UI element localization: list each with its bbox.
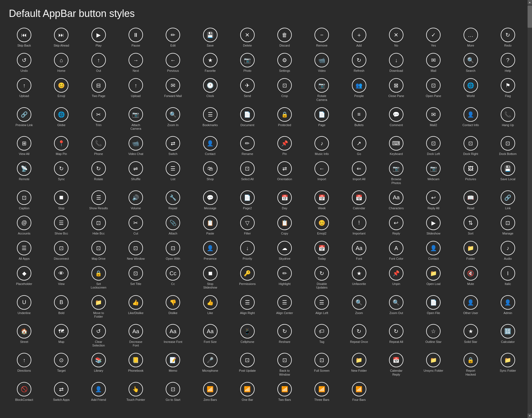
icon-button-like/dislike[interactable]: 👍Like/Dislike — [117, 292, 154, 320]
icon-button-emoji2[interactable]: 😊Emoji2 — [303, 213, 340, 237]
icon-button-day[interactable]: 📅Day — [266, 188, 303, 212]
icon-button-video[interactable]: 📹Video — [303, 50, 340, 74]
icon-button-library[interactable]: 📚Library — [80, 350, 117, 378]
icon-button-import-all[interactable]: ⇐Import All — [341, 159, 378, 186]
icon-button-pause[interactable]: ⏸Pause — [117, 25, 154, 49]
icon-button-out[interactable]: ↑Out — [80, 50, 117, 74]
icon-button-characters[interactable]: AaCharacters — [378, 188, 415, 212]
icon-button-copy[interactable]: 📋Copy — [266, 213, 303, 237]
icon-button-people[interactable]: 👥People — [341, 75, 378, 103]
icon-button-priority[interactable]: ↓Priority — [229, 238, 266, 262]
icon-button-phone[interactable]: 📞Phone — [80, 133, 117, 157]
icon-button-volume[interactable]: 🔊Volume — [117, 188, 154, 212]
icon-button-align-center[interactable]: ☰Align Center — [266, 292, 303, 320]
icon-button-shop[interactable]: 🛍Shop — [191, 159, 229, 186]
icon-button-repeat-all[interactable]: ↻Repeat All — [378, 321, 415, 349]
icon-button-add[interactable]: ＋Add — [341, 25, 378, 49]
icon-button-zoom-in[interactable]: 🔍Zoom In — [154, 105, 191, 132]
icon-button-admin[interactable]: 👤Admin — [489, 292, 526, 320]
icon-button-map-drive[interactable]: ⊡Map Drive — [80, 238, 117, 262]
icon-button-emoji[interactable]: 😊Emoji — [43, 75, 80, 103]
icon-button-zoom[interactable]: 🔍Zoom — [341, 292, 378, 320]
icon-button-skip-back[interactable]: ⏮Skip Back — [6, 25, 43, 49]
icon-button-like[interactable]: 👍Like — [191, 292, 229, 320]
icon-button-go[interactable]: ↗Go — [341, 133, 378, 157]
icon-button-back-to-window[interactable]: ⊡Back to Window — [266, 350, 303, 378]
icon-button-post-update[interactable]: ⊡Post Update — [229, 350, 266, 378]
icon-button-comment[interactable]: 💬Comment — [378, 105, 415, 132]
icon-button-pictures[interactable]: 🖼Pictures — [452, 159, 489, 186]
icon-button-upload[interactable]: ↑Upload — [117, 75, 154, 103]
icon-button-help[interactable]: ?Help — [489, 50, 526, 74]
icon-button-settings[interactable]: ⚙Settings — [266, 50, 303, 74]
icon-button-tag[interactable]: 🏷Tag — [303, 321, 340, 349]
icon-button-open-with[interactable]: ⊡Open With — [154, 238, 191, 262]
icon-button-microphone[interactable]: 🎤Microphone — [191, 350, 229, 378]
icon-button-touch-pointer[interactable]: 👆Touch Pointer — [117, 379, 154, 403]
icon-button-align-right[interactable]: ☰Align Right — [229, 292, 266, 320]
icon-button-report-hacked[interactable]: 🔒Report Hacked — [452, 350, 489, 378]
icon-button-filter[interactable]: ▽Filter — [229, 213, 266, 237]
icon-button-open-loal[interactable]: 📁Open Loal — [415, 263, 452, 291]
icon-button-dock-bottom[interactable]: ⊡Dock Bottom — [489, 133, 526, 157]
icon-button-forward-mail[interactable]: ✉Forward Mail — [154, 75, 191, 103]
icon-button-remove[interactable]: −Remove — [303, 25, 340, 49]
icon-button-disconnect[interactable]: ⊡Disconnect — [43, 238, 80, 262]
icon-button-zero-bars[interactable]: 📶Zero Bars — [191, 379, 229, 403]
icon-button-calculator[interactable]: 🔢Calculator — [489, 321, 526, 349]
icon-button-preview-link[interactable]: 🔗Preview Link — [6, 105, 43, 132]
icon-button-all-apps[interactable]: ☰All Apps — [6, 238, 43, 262]
icon-button-switch-apps[interactable]: ⇄Switch Apps — [43, 379, 80, 403]
icon-button-yes[interactable]: ✓Yes — [415, 25, 452, 49]
icon-button-switch[interactable]: ⇄Switch — [154, 133, 191, 157]
icon-button-set-title[interactable]: ⊡Set Title — [117, 263, 154, 291]
icon-button-bold[interactable]: BBold — [43, 292, 80, 320]
icon-button-repair[interactable]: 🔧Repair — [154, 188, 191, 212]
icon-button-video-chat[interactable]: 📹Video Chat — [117, 133, 154, 157]
icon-button-mail2[interactable]: ✉Mail2 — [415, 105, 452, 132]
icon-button-open-file[interactable]: 📄Open File — [415, 292, 452, 320]
icon-button-new-window[interactable]: ⊡New Window — [117, 238, 154, 262]
icon-button-home[interactable]: ⌂Home — [43, 50, 80, 74]
icon-button-globe[interactable]: 🌐Globe — [43, 105, 80, 132]
icon-button-play[interactable]: ▶Play — [80, 25, 117, 49]
icon-button-browse-photos[interactable]: 📷Browse Photos — [378, 159, 415, 186]
icon-button-document[interactable]: 📄Document — [229, 105, 266, 132]
icon-button-view-all[interactable]: ⊞View All — [6, 133, 43, 157]
icon-button-font-color[interactable]: AFont Color — [378, 238, 415, 262]
icon-button-protected[interactable]: 🔒Protected — [266, 105, 303, 132]
icon-button-bullets[interactable]: ≡Bullets — [341, 105, 378, 132]
icon-button-mail[interactable]: ✉Mail — [415, 50, 452, 74]
icon-button-go-to-start[interactable]: ⊡Go to Start — [154, 379, 191, 403]
icon-button-attach[interactable]: 📎Attach — [154, 213, 191, 237]
icon-button-move-to-folder[interactable]: 📁Move to Folder — [80, 292, 117, 320]
icon-button-set-lockscreen[interactable]: 🔒Set Lockscreen — [80, 263, 117, 291]
icon-button-hang-up[interactable]: 📞Hang Up — [489, 105, 526, 132]
icon-button-world[interactable]: 🌐World — [452, 75, 489, 103]
icon-button-rename[interactable]: ✏Rename — [229, 133, 266, 157]
icon-button-search[interactable]: 🔍Search — [452, 50, 489, 74]
icon-button-add-friend[interactable]: 👤Add Friend — [80, 379, 117, 403]
icon-button-clear-selection[interactable]: ↺Clear Selection — [80, 321, 117, 349]
icon-button-accounts[interactable]: @Accounts — [6, 213, 43, 237]
icon-button-permissions[interactable]: 🔑Permissions — [229, 263, 266, 291]
icon-button-full-screen[interactable]: ⊡Full Screen — [303, 350, 340, 378]
icon-button-hide-bcc[interactable]: ⊡Hide Bcc — [80, 213, 117, 237]
icon-button-show-results[interactable]: ☰Show Results — [80, 188, 117, 212]
icon-button-list[interactable]: ☰List — [154, 159, 191, 186]
icon-button-undo[interactable]: ↺Undo — [6, 50, 43, 74]
icon-button-cut[interactable]: ✂Cut — [117, 213, 154, 237]
icon-button-next[interactable]: →Next — [117, 50, 154, 74]
icon-button-mute[interactable]: 🔇Mute — [452, 263, 489, 291]
icon-button-presence[interactable]: 👤Presence — [191, 238, 229, 262]
icon-button-photo[interactable]: 📷Photo — [229, 50, 266, 74]
icon-button-show-bcc[interactable]: ☰Show Bcc — [43, 213, 80, 237]
icon-button-today[interactable]: 📅Today — [303, 238, 340, 262]
icon-button-new-folder[interactable]: 📁New Folder — [341, 350, 378, 378]
icon-button-caption[interactable]: ⊡Caption — [6, 188, 43, 212]
icon-button-music-info[interactable]: ♪Music Info — [303, 133, 340, 157]
icon-button-favorite[interactable]: ★Favorite — [191, 50, 229, 74]
icon-button-decrease-font[interactable]: AaDecrease Font — [117, 321, 154, 349]
icon-button-map-pin[interactable]: 📍Map Pin — [43, 133, 80, 157]
icon-button-unpin[interactable]: 📌Unpin — [378, 263, 415, 291]
